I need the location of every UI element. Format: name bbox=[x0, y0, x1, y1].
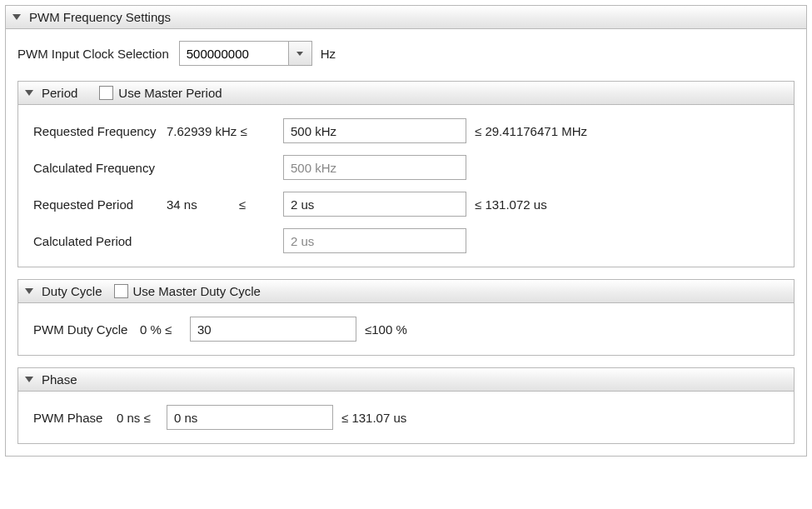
panel-title: PWM Frequency Settings bbox=[29, 10, 171, 24]
use-master-duty-checkbox[interactable] bbox=[114, 284, 128, 298]
phase-header[interactable]: Phase bbox=[18, 368, 794, 392]
duty-cycle-min: 0 % ≤ bbox=[140, 322, 190, 337]
chevron-down-icon bbox=[25, 288, 33, 294]
requested-period-input[interactable] bbox=[283, 192, 466, 217]
chevron-down-icon bbox=[296, 52, 303, 56]
calculated-period-label: Calculated Period bbox=[33, 234, 167, 248]
period-title: Period bbox=[42, 86, 77, 100]
duty-cycle-max: ≤100 % bbox=[356, 322, 407, 337]
requested-frequency-max: ≤ 29.41176471 MHz bbox=[466, 124, 587, 138]
requested-period-min: 34 ns ≤ bbox=[167, 197, 283, 212]
chevron-down-icon bbox=[12, 14, 21, 20]
duty-cycle-header[interactable]: Duty Cycle Use Master Duty Cycle bbox=[18, 280, 794, 303]
duty-cycle-label: PWM Duty Cycle bbox=[33, 322, 140, 337]
requested-period-max: ≤ 131.072 us bbox=[466, 197, 547, 212]
phase-input[interactable] bbox=[167, 405, 333, 430]
input-clock-label: PWM Input Clock Selection bbox=[17, 47, 169, 61]
calculated-frequency-label: Calculated Frequency bbox=[33, 161, 167, 175]
duty-cycle-input[interactable] bbox=[190, 317, 356, 342]
phase-label: PWM Phase bbox=[33, 411, 117, 425]
use-master-period-label: Use Master Period bbox=[118, 86, 222, 100]
duty-cycle-title: Duty Cycle bbox=[42, 284, 102, 298]
requested-frequency-label: Requested Frequency bbox=[33, 124, 167, 138]
requested-frequency-min: 7.62939 kHz ≤ bbox=[167, 124, 283, 138]
chevron-down-icon bbox=[25, 377, 33, 382]
input-clock-dropdown-button[interactable] bbox=[288, 42, 311, 65]
calculated-frequency-output bbox=[283, 155, 466, 180]
period-header[interactable]: Period Use Master Period bbox=[18, 82, 794, 105]
period-panel: Period Use Master Period Requested Frequ… bbox=[17, 81, 795, 267]
use-master-period-checkbox[interactable] bbox=[99, 86, 113, 100]
input-clock-unit: Hz bbox=[321, 47, 336, 61]
use-master-duty-label: Use Master Duty Cycle bbox=[133, 284, 261, 298]
phase-max: ≤ 131.07 us bbox=[333, 411, 406, 425]
phase-title: Phase bbox=[42, 372, 77, 387]
requested-period-label: Requested Period bbox=[33, 197, 167, 212]
pwm-frequency-settings-header[interactable]: PWM Frequency Settings bbox=[6, 6, 806, 29]
input-clock-combo[interactable] bbox=[179, 41, 312, 66]
calculated-period-output bbox=[283, 228, 466, 253]
phase-panel: Phase PWM Phase 0 ns ≤ ≤ 131.07 us bbox=[17, 367, 795, 444]
duty-cycle-panel: Duty Cycle Use Master Duty Cycle PWM Dut… bbox=[17, 279, 795, 356]
phase-min: 0 ns ≤ bbox=[117, 411, 167, 425]
requested-frequency-input[interactable] bbox=[283, 118, 466, 143]
input-clock-value[interactable] bbox=[180, 42, 288, 65]
pwm-frequency-settings-panel: PWM Frequency Settings PWM Input Clock S… bbox=[5, 5, 807, 457]
chevron-down-icon bbox=[25, 90, 33, 96]
